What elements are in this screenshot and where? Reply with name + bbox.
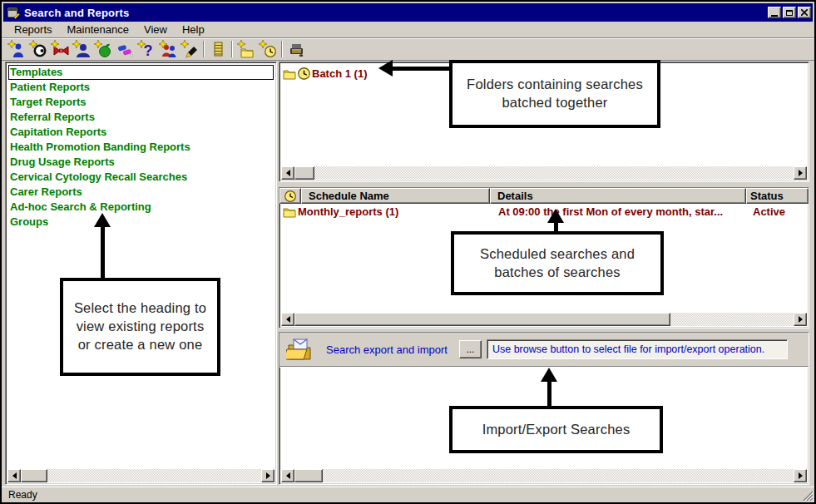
horizontal-scrollbar[interactable] xyxy=(281,313,807,326)
folder-icon xyxy=(283,67,296,80)
column-header-icon[interactable] xyxy=(279,188,301,204)
person-bust-icon[interactable] xyxy=(71,38,92,60)
scrollbar-thumb[interactable] xyxy=(294,166,314,180)
scrollbar-thumb[interactable] xyxy=(294,313,670,326)
resize-grip[interactable] xyxy=(802,490,814,502)
menu-view[interactable]: View xyxy=(136,22,175,37)
scrollbar-thumb[interactable] xyxy=(294,469,323,482)
scrollbar-track[interactable] xyxy=(294,313,794,326)
scrollbar-track[interactable] xyxy=(21,469,261,482)
schedule-status-cell: Active xyxy=(746,205,809,218)
annotation-arrow-line xyxy=(547,381,551,406)
arrow-right-icon xyxy=(266,472,270,479)
list-item-templates[interactable]: Templates xyxy=(8,65,274,80)
arrow-left-icon xyxy=(286,316,290,323)
annotation-arrow-line xyxy=(101,226,105,278)
list-item-adhoc-search[interactable]: Ad-hoc Search & Reporting xyxy=(8,200,274,215)
link-search-icon[interactable] xyxy=(49,38,71,60)
arrow-left-icon xyxy=(286,170,290,176)
maximize-button[interactable] xyxy=(783,7,796,18)
status-bar: Ready xyxy=(2,487,814,502)
scroll-right-button[interactable] xyxy=(794,313,807,326)
list-item-referral-reports[interactable]: Referral Reports xyxy=(8,110,274,125)
app-window: Search and Reports Reports Maintenance V… xyxy=(0,0,816,504)
horizontal-scrollbar[interactable] xyxy=(7,469,274,482)
list-item-health-promotion[interactable]: Health Promotion Banding Reports xyxy=(8,140,274,155)
batch-folder-label: Batch 1 (1) xyxy=(312,67,367,80)
toolbar: ? xyxy=(2,37,814,61)
annotation-schedule-panel: Scheduled searches and batches of search… xyxy=(451,231,664,295)
medication-icon[interactable] xyxy=(114,38,136,60)
menu-reports[interactable]: Reports xyxy=(7,22,60,37)
browse-button[interactable]: ... xyxy=(459,340,482,358)
svg-text:?: ? xyxy=(144,42,153,58)
scroll-left-button[interactable] xyxy=(281,166,294,180)
list-item-target-reports[interactable]: Target Reports xyxy=(8,95,274,110)
annotation-left-panel: Select the heading to view existing repo… xyxy=(60,278,220,376)
minimize-icon xyxy=(771,15,778,17)
list-item-cervical-cytology[interactable]: Cervical Cytology Recall Searches xyxy=(8,170,274,185)
schedule-table-row[interactable]: Monthly_reports (1) At 09:00 the first M… xyxy=(279,204,809,220)
arrow-right-icon xyxy=(799,472,803,479)
scroll-left-button[interactable] xyxy=(281,469,294,482)
column-header-status[interactable]: Status xyxy=(746,188,809,204)
export-toolbar: Search export and import ... Use browse … xyxy=(279,333,809,367)
annotation-arrow-up-icon xyxy=(547,209,564,223)
menu-maintenance[interactable]: Maintenance xyxy=(60,22,136,37)
annotation-arrow-up-icon xyxy=(94,213,111,227)
annotation-export-panel: Import/Export Searches xyxy=(449,406,663,453)
close-icon xyxy=(801,9,808,16)
new-schedule-icon[interactable] xyxy=(257,38,279,60)
scroll-right-button[interactable] xyxy=(794,166,807,180)
title-bar[interactable]: Search and Reports xyxy=(3,3,813,22)
list-item-patient-reports[interactable]: Patient Reports xyxy=(8,80,274,95)
arrow-right-icon xyxy=(799,170,803,176)
ledger-icon[interactable] xyxy=(207,38,229,60)
scrollbar-track[interactable] xyxy=(294,166,794,180)
schedule-details-cell: At 09:00 the first Mon of every month, s… xyxy=(490,205,746,218)
toolbar-separator xyxy=(203,41,205,57)
list-item-drug-usage[interactable]: Drug Usage Reports xyxy=(8,155,274,170)
arrow-right-icon xyxy=(799,316,803,323)
horizontal-scrollbar[interactable] xyxy=(281,469,807,482)
marker-icon[interactable] xyxy=(179,38,200,60)
status-text: Ready xyxy=(8,489,37,501)
arrow-left-icon xyxy=(286,472,290,479)
print-icon[interactable] xyxy=(285,38,307,60)
horizontal-scrollbar[interactable] xyxy=(281,166,807,180)
minimize-button[interactable] xyxy=(768,7,781,18)
folder-icon xyxy=(283,205,296,218)
people-search-icon[interactable] xyxy=(157,38,179,60)
annotation-batch-panel: Folders containing searches batched toge… xyxy=(449,60,660,128)
eye-search-icon[interactable] xyxy=(27,38,49,60)
list-item-capitation-reports[interactable]: Capitation Reports xyxy=(8,125,274,140)
schedule-clock-icon xyxy=(298,67,310,80)
close-button[interactable] xyxy=(798,7,811,18)
scrollbar-thumb[interactable] xyxy=(21,469,47,482)
scrollbar-track[interactable] xyxy=(294,469,794,482)
apple-icon[interactable] xyxy=(92,38,114,60)
column-header-details[interactable]: Details xyxy=(490,188,746,204)
scroll-right-button[interactable] xyxy=(261,469,274,482)
annotation-arrow-line xyxy=(393,67,449,71)
list-item-groups[interactable]: Groups xyxy=(8,215,274,230)
scroll-right-button[interactable] xyxy=(794,469,807,482)
main-area: Templates Patient Reports Target Reports… xyxy=(2,61,814,487)
maximize-icon xyxy=(786,10,793,16)
patient-search-icon[interactable] xyxy=(6,38,27,60)
window-title: Search and Reports xyxy=(24,7,768,19)
scroll-left-button[interactable] xyxy=(281,313,294,326)
export-folder-icon xyxy=(286,337,314,362)
column-header-schedule-name[interactable]: Schedule Name xyxy=(301,188,490,204)
arrow-left-icon xyxy=(12,472,17,479)
query-icon[interactable]: ? xyxy=(136,38,157,60)
schedule-name-cell: Monthly_reports (1) xyxy=(298,205,398,218)
app-icon xyxy=(7,6,20,19)
list-item-carer-reports[interactable]: Carer Reports xyxy=(8,185,274,200)
scroll-left-button[interactable] xyxy=(7,469,21,482)
report-category-list: Templates Patient Reports Target Reports… xyxy=(5,62,277,485)
new-folder-icon[interactable] xyxy=(235,38,257,60)
export-hint-field: Use browse button to select file for imp… xyxy=(487,339,788,359)
menu-help[interactable]: Help xyxy=(175,22,212,37)
annotation-arrow-up-icon xyxy=(541,368,557,382)
